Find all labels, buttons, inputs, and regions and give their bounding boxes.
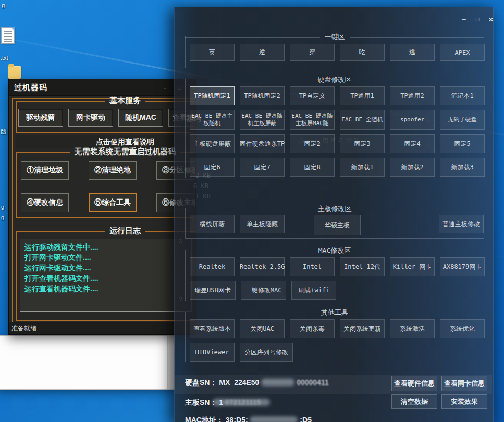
text-file-icon[interactable] — [1, 27, 15, 44]
folder-icon[interactable] — [8, 66, 21, 79]
log-line: 运行网卡驱动文件.... — [24, 263, 187, 273]
window-title: 过机器码 — [14, 83, 47, 93]
hdd-sn-value-tail: 00000411 — [297, 378, 329, 387]
disk-button[interactable]: 新加载2 — [390, 158, 435, 177]
disk-button[interactable]: 固定4 — [390, 134, 435, 153]
maximize-button[interactable]: □ — [472, 14, 483, 24]
hdd-sn-value: MX_224E50 — [219, 378, 259, 387]
group-title: 运行日志 — [105, 226, 145, 236]
disk-button[interactable]: 固定5 — [440, 134, 485, 153]
minimize-button[interactable]: — — [458, 14, 470, 24]
nic-driver-button[interactable]: 网卡驱动 — [68, 109, 113, 127]
section-board-modify: 主板修改区 横线屏蔽 单主板隐藏 华硕主板 普通主板修改 — [185, 208, 484, 239]
mac-button[interactable]: Killer-网卡 — [390, 257, 435, 276]
mac-value-suffix: :D5 — [300, 416, 312, 422]
board-button-common[interactable]: 普通主板修改 — [439, 215, 484, 233]
game-button[interactable]: 穿 — [290, 44, 335, 61]
title-bar[interactable]: 过机器码 - □ × — [9, 79, 195, 96]
close-button[interactable]: ✕ — [485, 14, 493, 24]
view-hardware-info-button[interactable]: 查看硬件信息 — [391, 376, 437, 391]
mac-button[interactable]: Realtek — [190, 257, 235, 276]
disk-button[interactable]: TP自定义 — [290, 86, 335, 105]
tool-button[interactable]: 分区序列号修改 — [240, 343, 293, 362]
game-button-apex[interactable]: APEX — [440, 44, 485, 61]
disk-button[interactable]: 固件硬盘通杀TP — [240, 134, 285, 153]
section-title: 硬盘修改区 — [313, 75, 357, 84]
group-title: 基本服务 — [105, 96, 145, 106]
disk-button[interactable]: EAC BE 硬盘随机主板屏蔽 — [240, 110, 285, 130]
hardware-modifier-window: — □ ✕ 器码 点击使用查看说明 2 KB 6 KB 1 KB ∧ ∨ 一键区… — [174, 7, 493, 422]
log-output[interactable]: 运行驱动残留文件中.... 打开网卡驱动文件.... 运行网卡驱动文件.... … — [20, 239, 192, 312]
random-mac-button[interactable]: 随机MAC — [118, 109, 163, 127]
board-button[interactable]: 横线屏蔽 — [190, 215, 235, 233]
disk-button[interactable]: EAC BE 全随机 — [340, 110, 385, 130]
mac-value-prefix: 38:D5: — [226, 416, 248, 422]
mac-button[interactable]: 瑞昱USB网卡 — [190, 281, 236, 300]
desktop-icon-label[interactable]: .txt — [1, 55, 8, 61]
disk-button[interactable]: 固定8 — [290, 158, 335, 177]
disk-button-active[interactable]: TP随机固定1 — [190, 86, 235, 105]
mac-button[interactable]: 一键修改MAC — [241, 281, 287, 300]
tool-button[interactable]: 关闭UAC — [240, 319, 285, 338]
ghost-scroll-up-icon: ∧ — [179, 237, 182, 244]
disk-button[interactable]: 无钩子硬盘 — [440, 110, 485, 130]
section-one-key: 一键区 英 逆 穿 吃 逃 APEX — [185, 36, 484, 68]
mac-button[interactable]: Realtek 2.5G — [240, 257, 285, 276]
board-sn-row: 主板SN： 1 072121115 — [185, 398, 270, 407]
game-button[interactable]: 逃 — [390, 44, 435, 61]
step4-hard-info-button[interactable]: ④硬改信息 — [21, 193, 69, 212]
tool-button[interactable]: 系统优化 — [440, 319, 485, 338]
disk-button[interactable]: 主板硬盘屏蔽 — [190, 134, 235, 153]
group-run-log: 运行日志 运行驱动残留文件中.... 打开网卡驱动文件.... 运行网卡驱动文件… — [16, 231, 196, 321]
background-explorer-window — [0, 335, 175, 390]
machine-code-window: 过机器码 - □ × 基本服务 驱动残留 网卡驱动 随机MAC 查看机器码 点击… — [8, 79, 196, 335]
tool-button-hidviewer[interactable]: HIDViewer — [190, 343, 235, 362]
step1-clean-junk-button[interactable]: ①清理垃圾 — [21, 161, 69, 180]
disk-button[interactable]: TP随机固定2 — [240, 86, 285, 105]
install-effect-button[interactable]: 安装效果 — [441, 394, 487, 409]
disk-button[interactable]: EAC BE 硬盘随主板屏MAC随 — [290, 110, 335, 130]
mac-button[interactable]: Intel — [290, 257, 335, 276]
scrollbar[interactable] — [167, 336, 174, 389]
disk-button[interactable]: TP通用2 — [390, 86, 435, 105]
tool-button[interactable]: 关闭系统更新 — [340, 319, 385, 338]
step2-clean-pubg-button[interactable]: ②清理绝地 — [89, 161, 137, 180]
disk-button[interactable]: spoofer — [390, 110, 435, 130]
disk-button[interactable]: 固定3 — [340, 134, 385, 153]
disk-button[interactable]: 新加载3 — [440, 158, 485, 177]
mac-button[interactable]: AX88179网卡 — [440, 257, 485, 276]
tool-button[interactable]: 查看系统版本 — [190, 319, 235, 338]
mac-button[interactable]: 刷满+wifi — [291, 281, 336, 300]
section-mac-modify: MAC修改区 Realtek Realtek 2.5G Intel Intel … — [185, 250, 484, 301]
disk-button[interactable]: 固定7 — [240, 158, 285, 177]
board-button-asus[interactable]: 华硕主板 — [314, 215, 361, 235]
step5-toolbox-button[interactable]: ⑤综合工具 — [89, 193, 137, 212]
desktop-icon-label[interactable]: 版 — [1, 128, 7, 136]
tool-button[interactable]: 系统激活 — [390, 319, 435, 338]
disk-button[interactable]: 新加载1 — [340, 158, 385, 177]
view-nic-info-button[interactable]: 查看网卡信息 — [441, 376, 487, 391]
game-button[interactable]: 英 — [190, 44, 235, 61]
log-line: 打开查看机器码文件.... — [24, 273, 187, 283]
group-basic-services: 基本服务 驱动残留 网卡驱动 随机MAC 查看机器码 — [16, 101, 196, 133]
desktop-icon-label[interactable]: g — [1, 214, 4, 220]
disk-button[interactable]: 笔记本1 — [440, 86, 485, 105]
board-button[interactable]: 单主板隐藏 — [240, 215, 285, 233]
minimize-button[interactable]: - — [159, 82, 170, 93]
tool-button[interactable]: 关闭杀毒 — [290, 319, 335, 338]
mac-button[interactable]: Intel 12代 — [340, 257, 385, 276]
disk-button[interactable]: EAC BE 硬盘主板随机 — [190, 110, 235, 130]
disk-button[interactable]: 固定2 — [290, 134, 335, 153]
driver-residue-button[interactable]: 驱动残留 — [18, 109, 63, 127]
game-button[interactable]: 逆 — [240, 44, 285, 61]
disk-button[interactable]: 固定6 — [190, 158, 235, 177]
game-button[interactable]: 吃 — [340, 44, 385, 61]
disk-button[interactable]: TP通用1 — [340, 86, 385, 105]
hdd-sn-row: 硬盘SN： MX_224E50 00000411 — [185, 378, 329, 388]
desktop-icon-label[interactable]: g — [1, 204, 4, 210]
clear-data-button[interactable]: 清空数据 — [391, 394, 437, 409]
section-other-tools: 其他工具 查看系统版本 关闭UAC 关闭杀毒 关闭系统更新 系统激活 系统优化 … — [185, 312, 484, 362]
section-title: MAC修改区 — [314, 246, 355, 255]
desktop-icon-label[interactable]: g — [2, 2, 5, 8]
log-line: 打开网卡驱动文件.... — [24, 252, 187, 263]
